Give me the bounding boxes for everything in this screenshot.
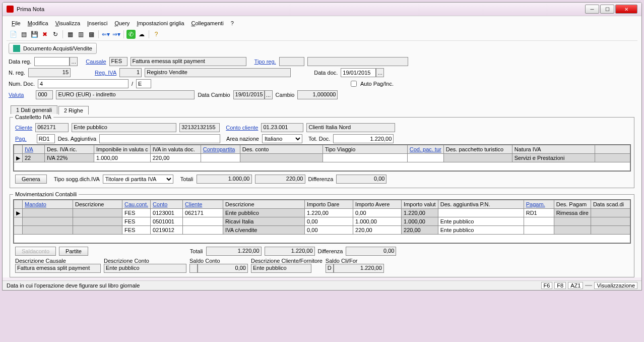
mov-row[interactable]: ▶FES0123001062171Ente pubblico1.220,000,…: [14, 209, 630, 217]
tot-doc-input[interactable]: [333, 134, 394, 143]
menu-impostazioni[interactable]: Impostazioni griglia: [134, 19, 187, 27]
pag-link[interactable]: Pag.: [15, 136, 27, 142]
menu-modifica[interactable]: Modifica: [25, 19, 51, 27]
mov-col-valuta[interactable]: Importo valut: [402, 200, 438, 209]
tb-cloud-icon[interactable]: ☁: [137, 30, 146, 39]
n-reg: 15: [28, 68, 71, 77]
tb-refresh-icon[interactable]: ↻: [51, 30, 60, 39]
tb-delete-icon[interactable]: ✖: [40, 30, 49, 39]
tb-prev-icon[interactable]: ⇐▾: [101, 30, 110, 39]
num-doc-input[interactable]: [38, 79, 128, 88]
menu-collegamenti[interactable]: Collegamenti: [188, 19, 227, 27]
valuta-desc: EURO (EUR) - indiretto: [56, 90, 195, 99]
mov-col-pagam[interactable]: Pagam.: [524, 200, 554, 209]
menu-visualizza[interactable]: Visualizza: [52, 19, 83, 27]
col-des-iva[interactable]: Des. IVA ric.: [45, 145, 94, 154]
tipo-sogg-select[interactable]: Titolare di partita IVA: [103, 175, 173, 184]
tipo-reg-link[interactable]: Tipo reg.: [254, 59, 276, 65]
reg-iva-link[interactable]: Reg. IVA: [95, 70, 116, 76]
mov-col-cau[interactable]: Cau.cont.: [122, 200, 151, 209]
maximize-button[interactable]: ☐: [600, 5, 614, 14]
saldo-conto-label: Saldo Conto: [189, 258, 248, 264]
auto-pag-checkbox[interactable]: Auto Pag/Inc.: [349, 79, 394, 88]
col-des-conto[interactable]: Des. conto: [240, 145, 323, 154]
saldaconto-button[interactable]: Saldaconto: [15, 247, 56, 256]
data-doc-input[interactable]: [341, 68, 376, 77]
diff-mov: 0,00: [346, 247, 396, 256]
mov-row[interactable]: FES0501001Ricavi Italia0,001.000,001.000…: [14, 217, 630, 226]
minimize-button[interactable]: ─: [585, 5, 599, 14]
num-doc-suffix-input[interactable]: [136, 79, 151, 88]
tb-open-icon[interactable]: ▤: [19, 30, 28, 39]
menu-inserisci[interactable]: Inserisci: [84, 19, 110, 27]
col-cod-pac[interactable]: Cod. pac. tur: [407, 145, 443, 154]
data-reg-picker-button[interactable]: …: [70, 57, 78, 66]
col-contropartita[interactable]: Contropartita: [201, 145, 240, 154]
doc-acquisti-vendite-button[interactable]: Documento Acquisti/Vendite: [9, 43, 97, 54]
mov-col-datascad[interactable]: Data scad.di: [591, 200, 630, 209]
mov-grid[interactable]: Mandato Descrizione Cau.cont. Conto Clie…: [13, 199, 631, 244]
mov-col-mandato[interactable]: Mandato: [23, 200, 73, 209]
diff-mov-label: Differenza: [318, 248, 343, 254]
data-cambio-picker-button[interactable]: …: [265, 90, 273, 99]
tb-next-icon[interactable]: ⇒▾: [112, 30, 121, 39]
tb-help-icon[interactable]: ?: [152, 30, 161, 39]
cliente-cf: 32132132155: [179, 123, 220, 132]
mov-col-desc[interactable]: Descrizione: [73, 200, 122, 209]
mov-col-desc2[interactable]: Descrizione: [223, 200, 305, 209]
menu-query[interactable]: Query: [111, 19, 133, 27]
desc-clifor-label: Descrizione Cliente/Fornitore: [251, 258, 323, 264]
desc-conto: Ente pubblico: [104, 264, 186, 273]
desc-conto-label: Descrizione Conto: [104, 258, 186, 264]
partite-button[interactable]: Partite: [59, 247, 88, 256]
data-doc-picker-button[interactable]: …: [376, 68, 384, 77]
mov-col-dare[interactable]: Importo Dare: [305, 200, 353, 209]
des-agg-input[interactable]: [99, 134, 220, 143]
tab-righe[interactable]: 2 Righe: [58, 106, 89, 115]
tb-grid2-icon[interactable]: ▥: [76, 30, 85, 39]
mov-col-despag[interactable]: Des. Pagam: [554, 200, 591, 209]
tb-grid3-icon[interactable]: ▩: [87, 30, 96, 39]
iva-grid[interactable]: IVA Des. IVA ric. Imponibile in valuta c…: [13, 144, 631, 172]
genera-button[interactable]: Genera: [15, 175, 47, 184]
tipo-reg: [279, 57, 304, 66]
castelletto-iva-group: Castelletto IVA Cliente 062171 Ente pubb…: [10, 114, 634, 188]
col-imponibile[interactable]: Imponibile in valuta c: [94, 145, 151, 154]
tb-phone-icon[interactable]: ✆: [126, 30, 136, 39]
menubar: File Modifica Visualizza Inserisci Query…: [7, 18, 637, 28]
status-text: Data in cui l'operazione deve figurare s…: [7, 282, 140, 289]
tb-grid1-icon[interactable]: ▦: [66, 30, 75, 39]
diff-iva-label: Differenza: [308, 176, 334, 182]
doc-button-label: Documento Acquisti/Vendite: [23, 45, 92, 51]
area-nazione-select[interactable]: Italiano: [262, 134, 302, 143]
conto-cliente-link[interactable]: Conto cliente: [226, 125, 258, 131]
tb-new-icon[interactable]: 📄: [9, 30, 18, 39]
data-reg-input[interactable]: [34, 57, 70, 66]
mov-col-avere[interactable]: Importo Avere: [353, 200, 402, 209]
menu-help[interactable]: ?: [228, 19, 237, 27]
cliente-link[interactable]: Cliente: [15, 125, 32, 131]
valuta-link[interactable]: Valuta: [9, 92, 24, 98]
cliente-name: Ente pubblico: [72, 123, 176, 132]
close-button[interactable]: ✕: [615, 5, 637, 14]
pag-input[interactable]: [37, 134, 55, 143]
mov-col-cliente[interactable]: Cliente: [183, 200, 223, 209]
col-iva[interactable]: IVA: [23, 145, 45, 154]
status-f8: F8: [554, 282, 566, 289]
des-agg-label: Des. Aggiuntiva: [58, 136, 96, 142]
tab-dati-generali[interactable]: 1 Dati generali: [11, 105, 57, 114]
mov-col-conto[interactable]: Conto: [151, 200, 183, 209]
menu-file[interactable]: File: [9, 19, 24, 27]
mov-row[interactable]: FES0219012IVA c/vendite0,00220,00220,00E…: [14, 226, 630, 235]
auto-pag-input[interactable]: [351, 81, 357, 87]
tb-save-icon[interactable]: 💾: [30, 30, 39, 39]
area-nazione-label: Area nazione: [226, 136, 259, 142]
data-doc-label: Data doc.: [314, 70, 338, 76]
col-des-pac[interactable]: Des. pacchetto turistico: [443, 145, 512, 154]
col-iva-valuta[interactable]: IVA in valuta doc.: [150, 145, 201, 154]
iva-row[interactable]: ▶ 22 IVA 22% 1.000,00 220,00 Servizi e P…: [14, 154, 630, 162]
causale-link[interactable]: Causale: [86, 59, 106, 65]
col-natura-iva[interactable]: Natura IVA: [512, 145, 595, 154]
mov-col-desagg[interactable]: Des. aggiuntiva P.N.: [438, 200, 524, 209]
col-tipo-viaggio[interactable]: Tipo Viaggio: [323, 145, 407, 154]
